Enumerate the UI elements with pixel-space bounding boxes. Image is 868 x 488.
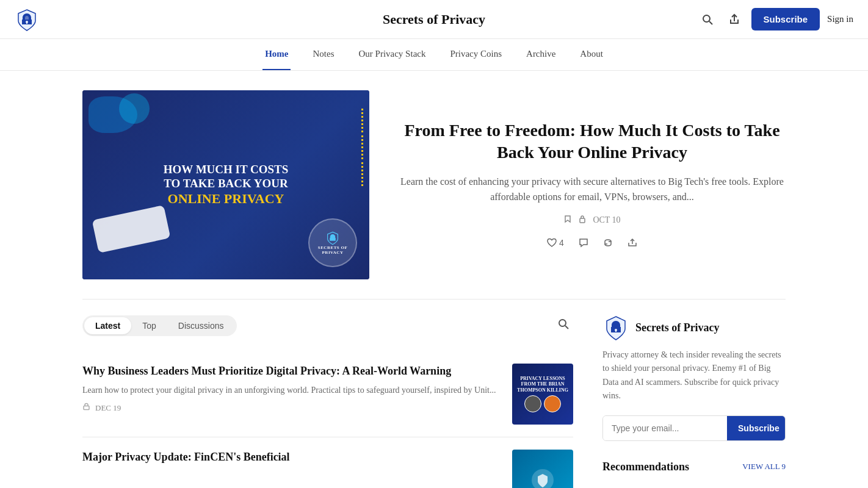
decorative-blob-2: [119, 93, 150, 124]
featured-image-badge: SECRETS OF PRIVACY: [308, 218, 357, 267]
thumb-faces: [524, 395, 561, 412]
filter-tab-top[interactable]: Top: [131, 317, 167, 334]
filter-tabs-group: Latest Top Discussions: [82, 315, 237, 336]
featured-title[interactable]: From Free to Freedom: How Much It Costs …: [399, 120, 786, 164]
like-count: 4: [559, 238, 564, 248]
repost-icon: [603, 238, 613, 248]
sidebar-pub-name: Secrets of Privacy: [635, 321, 720, 334]
lock-icon-featured: [578, 215, 587, 226]
badge-text: SECRETS OF PRIVACY: [309, 245, 356, 255]
nav-item-notes[interactable]: Notes: [310, 39, 336, 70]
svg-line-6: [565, 326, 568, 329]
nav-item-about[interactable]: About: [577, 39, 606, 70]
main-container: HOW MUCH IT COSTS TO TAKE BACK YOUR ONLI…: [68, 71, 800, 488]
svg-line-3: [709, 21, 712, 24]
svg-rect-4: [580, 218, 585, 223]
like-button[interactable]: 4: [544, 235, 566, 250]
phone-graphic: [92, 205, 171, 253]
face-1: [524, 395, 541, 412]
bookmark-icon: [563, 215, 572, 226]
filter-tabs: Latest Top Discussions: [82, 314, 573, 337]
svg-point-2: [703, 15, 710, 22]
posts-main: Latest Top Discussions Why Business Lead…: [82, 314, 573, 488]
post-item-thumbnail[interactable]: PRIVACY LESSONS FROM THE BRIAN THOMPSON …: [512, 364, 573, 425]
header: Secrets of Privacy Subscribe Sign in: [0, 0, 868, 39]
repost-button[interactable]: [601, 235, 615, 250]
recommendations-header: Recommendations VIEW ALL 9: [602, 461, 786, 473]
filter-tab-discussions[interactable]: Discussions: [167, 317, 235, 334]
sidebar-subscribe-button[interactable]: Subscribe: [727, 416, 786, 440]
thumb-inner-2: [512, 450, 573, 488]
svg-point-5: [559, 320, 566, 326]
post-item-content: Why Business Leaders Must Prioritize Dig…: [82, 364, 502, 413]
posts-section: Latest Top Discussions Why Business Lead…: [82, 300, 786, 488]
post-date: DEC 19: [95, 403, 121, 413]
svg-rect-7: [84, 406, 89, 410]
nav-item-privacy-stack[interactable]: Our Privacy Stack: [356, 39, 428, 70]
filter-search-button[interactable]: [554, 314, 573, 337]
nav-item-privacy-coins[interactable]: Privacy Coins: [447, 39, 504, 70]
signin-link[interactable]: Sign in: [827, 14, 853, 24]
face-2: [544, 395, 561, 412]
svg-rect-10: [615, 330, 617, 332]
sidebar-recommendations: Recommendations VIEW ALL 9: [602, 461, 786, 473]
thumb-icon-2: [530, 468, 555, 488]
sidebar-logo: Secrets of Privacy: [602, 314, 786, 341]
featured-image-line3: ONLINE PRIVACY: [164, 191, 289, 207]
featured-meta: OCT 10: [399, 215, 786, 226]
featured-image-line1: HOW MUCH IT COSTS: [164, 163, 289, 177]
featured-image[interactable]: HOW MUCH IT COSTS TO TAKE BACK YOUR ONLI…: [82, 90, 369, 279]
search-button[interactable]: [698, 10, 717, 29]
featured-date: OCT 10: [593, 215, 620, 225]
heart-icon: [547, 238, 557, 248]
post-item-excerpt: Learn how to protect your digital privac…: [82, 384, 502, 396]
filter-tab-latest[interactable]: Latest: [84, 317, 131, 334]
featured-excerpt: Learn the cost of enhancing your privacy…: [399, 174, 786, 205]
recommendations-title: Recommendations: [602, 461, 689, 473]
filter-search-icon: [557, 318, 570, 330]
post-item-title-2[interactable]: Major Privacy Update: FinCEN's Beneficia…: [82, 450, 502, 465]
search-icon: [701, 13, 714, 26]
svg-rect-1: [26, 22, 27, 24]
featured-actions: 4: [399, 235, 786, 250]
featured-content: From Free to Freedom: How Much It Costs …: [399, 120, 786, 250]
subscribe-button[interactable]: Subscribe: [751, 8, 820, 30]
post-item: Why Business Leaders Must Prioritize Dig…: [82, 351, 573, 437]
comment-icon: [579, 238, 588, 248]
share-button[interactable]: [725, 10, 744, 29]
featured-image-line2: TO TAKE BACK YOUR: [164, 177, 289, 191]
view-all-button[interactable]: VIEW ALL 9: [742, 462, 786, 472]
post-lock-icon: [82, 403, 90, 413]
featured-post: HOW MUCH IT COSTS TO TAKE BACK YOUR ONLI…: [82, 71, 786, 300]
gold-lines: [361, 109, 363, 187]
nav-item-home[interactable]: Home: [262, 39, 291, 70]
comment-button[interactable]: [576, 235, 591, 250]
post-item-meta: DEC 19: [82, 403, 502, 413]
sidebar-email-input[interactable]: [603, 416, 727, 440]
share-post-button[interactable]: [625, 235, 640, 250]
post-item: Major Privacy Update: FinCEN's Beneficia…: [82, 437, 573, 488]
posts-sidebar: Secrets of Privacy Privacy attorney & te…: [602, 314, 786, 488]
logo-icon: [15, 7, 39, 32]
sidebar-logo-icon: [602, 314, 629, 341]
sidebar-email-form: Subscribe: [602, 415, 786, 441]
header-actions: Subscribe Sign in: [698, 8, 853, 30]
share-icon: [728, 13, 740, 26]
sidebar-profile: Secrets of Privacy Privacy attorney & te…: [602, 314, 786, 441]
sidebar-pub-desc: Privacy attorney & tech insider revealin…: [602, 348, 786, 403]
main-nav: Home Notes Our Privacy Stack Privacy Coi…: [0, 39, 868, 71]
nav-item-archive[interactable]: Archive: [524, 39, 558, 70]
thumb-label: PRIVACY LESSONS FROM THE BRIAN THOMPSON …: [517, 376, 568, 393]
share-post-icon: [627, 238, 637, 248]
badge-shield-icon: [325, 231, 340, 245]
logo[interactable]: [15, 7, 39, 32]
post-item-content-2: Major Privacy Update: FinCEN's Beneficia…: [82, 450, 502, 470]
post-item-thumbnail-2[interactable]: [512, 450, 573, 488]
site-title: Secrets of Privacy: [383, 12, 485, 27]
post-item-title[interactable]: Why Business Leaders Must Prioritize Dig…: [82, 364, 502, 379]
